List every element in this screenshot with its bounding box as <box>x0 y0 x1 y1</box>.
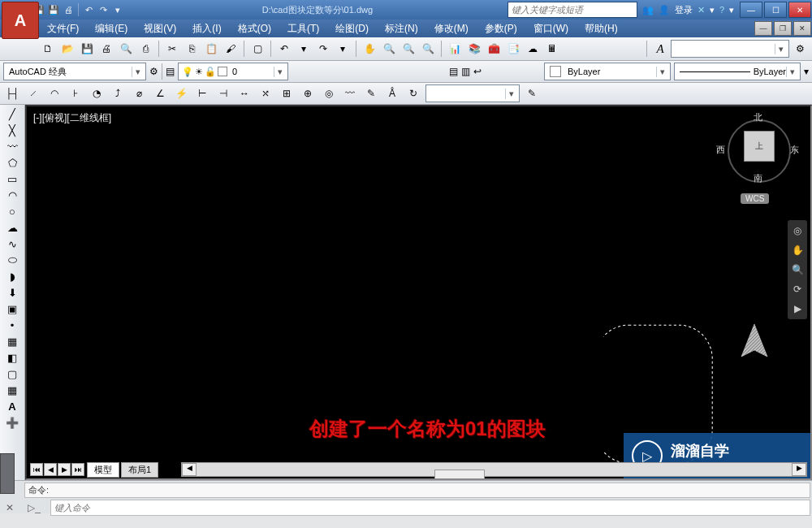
ellarc-tool-icon[interactable]: ◗ <box>4 269 20 283</box>
dc-icon[interactable]: 📚 <box>465 40 483 58</box>
dim-jog-icon[interactable]: ⤴ <box>109 85 127 102</box>
undo-list-icon[interactable]: ▾ <box>295 40 313 58</box>
dimupdate-icon[interactable]: ↻ <box>404 85 422 102</box>
h-scrollbar[interactable]: ◀ ▶ <box>181 462 807 477</box>
menu-draw[interactable]: 绘图(D) <box>327 22 377 36</box>
inspect-icon[interactable]: ◎ <box>320 85 338 102</box>
dim-aligned-icon[interactable]: ⟋ <box>24 85 42 102</box>
layer-state-icon[interactable]: ▤ <box>449 66 458 77</box>
scroll-left-icon[interactable]: ◀ <box>182 463 197 476</box>
dimstyle-combo[interactable]: ▾ <box>425 84 520 102</box>
nav-wheel-icon[interactable]: ◎ <box>790 223 805 238</box>
exchange-icon[interactable]: ✕ <box>698 5 705 15</box>
publish-icon[interactable]: ⎙ <box>136 40 154 58</box>
viewcube-east[interactable]: 东 <box>790 144 799 156</box>
tolerance-icon[interactable]: ⊞ <box>278 85 296 102</box>
textstyle-icon[interactable]: A <box>651 40 669 58</box>
help-search-input[interactable] <box>508 2 637 18</box>
menu-modify[interactable]: 修改(M) <box>426 22 477 36</box>
layer-prop-icon[interactable]: ▤ <box>166 66 175 77</box>
viewcube-top[interactable]: 上 <box>744 131 775 162</box>
viewcube[interactable]: 北 南 西 东 上 WCS <box>721 111 794 209</box>
doc-close-button[interactable]: ✕ <box>793 21 811 36</box>
dimedit-icon[interactable]: ✎ <box>362 85 380 102</box>
ellipse-tool-icon[interactable]: ⬭ <box>4 253 20 267</box>
maximize-button[interactable]: ☐ <box>764 2 787 18</box>
viewcube-south[interactable]: 南 <box>721 172 794 184</box>
dim-quick-icon[interactable]: ⚡ <box>172 85 190 102</box>
cmd-close-icon[interactable]: ✕ <box>2 502 18 513</box>
prop-icon[interactable]: 📊 <box>446 40 464 58</box>
app-logo[interactable]: A <box>2 2 39 39</box>
help-icon[interactable]: ? <box>719 5 724 15</box>
minimize-button[interactable]: — <box>740 2 762 18</box>
dim-ord-icon[interactable]: ⊦ <box>67 85 84 102</box>
xline-tool-icon[interactable]: ╳ <box>4 123 20 137</box>
viewport-label[interactable]: [-][俯视][二维线框] <box>33 111 111 125</box>
doc-minimize-button[interactable]: — <box>754 21 772 36</box>
hatch-tool-icon[interactable]: ▦ <box>4 334 20 348</box>
polygon-tool-icon[interactable]: ⬠ <box>4 155 20 170</box>
undo-icon[interactable]: ↶ <box>82 3 95 16</box>
zoom-rt-icon[interactable]: 🔍 <box>380 40 398 58</box>
rect-tool-icon[interactable]: ▭ <box>4 171 20 186</box>
pline-tool-icon[interactable]: 〰 <box>4 139 20 154</box>
save2-icon[interactable]: 💾 <box>78 40 96 58</box>
drawing-canvas[interactable]: [-][俯视][二维线框] 北 南 西 东 上 WCS ◎ ✋ 🔍 ⟳ ▶ <box>25 105 812 480</box>
plot-icon[interactable]: 🖨 <box>62 3 75 16</box>
more-qat-icon[interactable]: ▾ <box>111 3 124 16</box>
layer-combo[interactable]: 💡 ☀ 🔓 0▾ <box>178 63 288 80</box>
expand-icon[interactable]: ▾ <box>710 5 715 15</box>
nav-showmotion-icon[interactable]: ▶ <box>790 301 805 316</box>
menu-window[interactable]: 窗口(W) <box>525 22 577 36</box>
zoom-win-icon[interactable]: 🔍 <box>400 40 417 58</box>
nav-zoom-icon[interactable]: 🔍 <box>790 262 805 277</box>
pan-icon[interactable]: ✋ <box>361 40 378 58</box>
workspace-combo[interactable]: AutoCAD 经典▾ <box>3 63 146 80</box>
dim-ang-icon[interactable]: ∠ <box>151 85 169 102</box>
tab-prev-icon[interactable]: ◀ <box>44 463 57 476</box>
wcs-badge[interactable]: WCS <box>741 193 769 204</box>
block-ed-icon[interactable]: ▢ <box>248 40 266 58</box>
dimtedit-icon[interactable]: Å <box>383 85 401 102</box>
block-tool-icon[interactable]: ▣ <box>4 301 20 316</box>
close-button[interactable]: ✕ <box>788 2 811 18</box>
copy-icon[interactable]: ⎘ <box>183 40 201 58</box>
tab-first-icon[interactable]: ⏮ <box>30 463 43 476</box>
dim-base-icon[interactable]: ⊢ <box>193 85 211 102</box>
tab-last-icon[interactable]: ⏭ <box>71 463 84 476</box>
tp-icon[interactable]: 🧰 <box>485 40 503 58</box>
viewcube-west[interactable]: 西 <box>716 144 725 156</box>
redo-list-icon[interactable]: ▾ <box>334 40 352 58</box>
ts-manage-icon[interactable]: ⚙ <box>791 40 809 58</box>
markup-icon[interactable]: ☁ <box>524 40 542 58</box>
scroll-right-icon[interactable]: ▶ <box>792 463 806 476</box>
zoom-prev-icon[interactable]: 🔍 <box>419 40 437 58</box>
ssm-icon[interactable]: 📑 <box>504 40 522 58</box>
doc-restore-button[interactable]: ❐ <box>774 21 792 36</box>
linetype-combo[interactable]: ByLayer▾ <box>674 63 801 80</box>
color-combo[interactable]: ByLayer▾ <box>544 63 671 80</box>
saveas-icon[interactable]: 💾 <box>47 3 60 16</box>
addsel-tool-icon[interactable]: ➕ <box>4 415 20 430</box>
undo2-icon[interactable]: ↶ <box>275 40 293 58</box>
menu-dim[interactable]: 标注(N) <box>377 22 426 36</box>
spline-tool-icon[interactable]: ∿ <box>4 236 20 251</box>
dim-space-icon[interactable]: ↔ <box>235 85 253 102</box>
plot2-icon[interactable]: 🖨 <box>97 40 115 58</box>
tab-layout1[interactable]: 布局1 <box>121 462 158 478</box>
open2-icon[interactable]: 📂 <box>58 40 76 58</box>
menu-help[interactable]: 帮助(H) <box>577 22 626 36</box>
matchprop-icon[interactable]: 🖌 <box>222 40 240 58</box>
dim-arc-icon[interactable]: ◠ <box>45 85 63 102</box>
menu-view[interactable]: 视图(V) <box>136 22 184 36</box>
menu-param[interactable]: 参数(P) <box>477 22 525 36</box>
center-icon[interactable]: ⊕ <box>299 85 317 102</box>
scroll-thumb[interactable] <box>434 470 485 480</box>
viewcube-north[interactable]: 北 <box>721 111 794 123</box>
lw-icon[interactable]: ▾ <box>804 66 809 77</box>
preview-icon[interactable]: 🔍 <box>117 40 135 58</box>
tab-next-icon[interactable]: ▶ <box>58 463 71 476</box>
redo2-icon[interactable]: ↷ <box>314 40 332 58</box>
dim-cont-icon[interactable]: ⊣ <box>214 85 232 102</box>
